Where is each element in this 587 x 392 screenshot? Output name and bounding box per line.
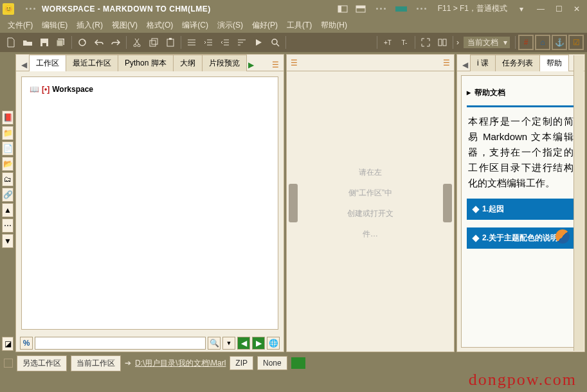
- outdent-icon[interactable]: [217, 35, 233, 50]
- none-button[interactable]: None: [257, 356, 287, 370]
- doc-selector-chevron-icon[interactable]: ›: [456, 38, 459, 47]
- diamond-icon: [472, 235, 479, 242]
- right-tabs: ◀ i 课 任务列表 帮助: [457, 55, 584, 71]
- cur-workspace-button[interactable]: 当前工作区: [71, 355, 121, 371]
- anchor-icon[interactable]: ⚓: [552, 35, 567, 50]
- menu-view[interactable]: 视图(V): [108, 19, 141, 32]
- book-icon: 📖: [30, 85, 39, 94]
- titlebar-dots: [26, 8, 35, 10]
- strip-color-icon[interactable]: ◪: [2, 337, 14, 351]
- layout-icon[interactable]: [435, 35, 450, 50]
- menu-compile[interactable]: 编译(C): [178, 19, 212, 32]
- cut-icon[interactable]: [129, 35, 145, 50]
- footer-prev-icon[interactable]: ◀: [237, 337, 250, 350]
- footer-dropdown-icon[interactable]: ▼: [222, 337, 235, 350]
- zip-button[interactable]: ZIP: [230, 356, 253, 370]
- maximize-button[interactable]: ☐: [551, 1, 566, 17]
- reload-icon[interactable]: [75, 35, 90, 50]
- strip-folder2-icon[interactable]: 📂: [2, 157, 14, 171]
- strip-folder3-icon[interactable]: 🗂: [2, 172, 14, 186]
- editor-placeholder: 请在左 侧“工作区”中 创建或打开文 件…: [287, 162, 454, 244]
- status-green-icon[interactable]: [291, 357, 305, 369]
- font-decrease-icon[interactable]: T-: [397, 35, 412, 50]
- menu-tools[interactable]: 工具(T): [283, 19, 316, 32]
- menu-help[interactable]: 帮助(H): [317, 19, 351, 32]
- redo-icon[interactable]: [108, 35, 123, 50]
- tab-course[interactable]: i 课: [470, 55, 496, 71]
- sort-icon[interactable]: [234, 35, 249, 50]
- menu-pref[interactable]: 偏好(P): [248, 19, 282, 32]
- menu-file[interactable]: 文件(F): [4, 19, 37, 32]
- check-icon[interactable]: ☑: [568, 35, 584, 50]
- editor-menu-right-icon[interactable]: ☰: [443, 58, 450, 67]
- help-scrollbar[interactable]: [573, 75, 581, 348]
- tab-python[interactable]: Python 脚本: [118, 55, 174, 71]
- workspace-tree[interactable]: 📖 [•] Workspace: [21, 76, 278, 330]
- titlebar-progress-icon[interactable]: [393, 3, 409, 15]
- filter-input[interactable]: [35, 337, 206, 350]
- strip-doc-icon[interactable]: 📄: [2, 141, 14, 156]
- copy-icon[interactable]: [146, 35, 161, 50]
- svg-rect-3: [356, 6, 365, 8]
- status-path[interactable]: D:\用户目录\我的文档\Marl: [135, 358, 226, 369]
- minimize-button[interactable]: —: [533, 1, 548, 17]
- tab-workspace[interactable]: 工作区: [29, 55, 66, 71]
- status-square-icon: [4, 359, 13, 368]
- indent-icon[interactable]: [201, 35, 216, 50]
- undo-icon[interactable]: [91, 35, 107, 50]
- footer-search-icon[interactable]: 🔍: [208, 337, 221, 350]
- paste-icon[interactable]: [163, 35, 178, 50]
- list-icon[interactable]: [184, 35, 199, 50]
- home-icon[interactable]: ⌂: [535, 35, 550, 50]
- help-section-2[interactable]: 2.关于主题配色的说明: [467, 227, 575, 249]
- save-icon[interactable]: [37, 35, 52, 50]
- tab-menu-icon[interactable]: ☰: [269, 59, 281, 71]
- doc-selector[interactable]: 当前文档▾: [463, 36, 510, 49]
- titlebar-layout2-icon[interactable]: [353, 3, 368, 15]
- open-folder-icon[interactable]: [20, 35, 35, 50]
- svg-point-10: [134, 44, 136, 47]
- tab-help[interactable]: 帮助: [539, 55, 569, 71]
- menu-present[interactable]: 演示(S): [213, 19, 247, 32]
- hash-icon[interactable]: #: [518, 35, 534, 50]
- editor-menu-left-icon[interactable]: ☰: [291, 58, 298, 67]
- alt-workspace-button[interactable]: 另选工作区: [17, 355, 67, 371]
- percent-button[interactable]: %: [20, 337, 33, 350]
- tab-recent[interactable]: 最近工作区: [66, 55, 118, 71]
- menu-format[interactable]: 格式(O): [143, 19, 177, 32]
- tab-snippet[interactable]: 片段预览: [202, 55, 247, 71]
- strip-more-icon[interactable]: ⋯: [2, 218, 14, 233]
- search-icon[interactable]: [267, 35, 283, 50]
- tab-prev-icon[interactable]: ◀: [19, 59, 29, 71]
- save-all-icon[interactable]: [53, 35, 69, 50]
- strip-book-icon[interactable]: 📕: [2, 111, 14, 125]
- svg-rect-17: [438, 39, 442, 46]
- run-icon[interactable]: [251, 35, 266, 50]
- menu-insert[interactable]: 插入(R): [73, 19, 107, 32]
- titlebar-layout1-icon[interactable]: [335, 3, 350, 15]
- rtab-prev-icon[interactable]: ◀: [460, 59, 470, 71]
- editor-handle-left[interactable]: [289, 184, 298, 222]
- footer-next-icon[interactable]: ▶: [252, 337, 265, 350]
- svg-rect-4: [395, 6, 407, 12]
- mode-dropdown-icon[interactable]: ▾: [514, 3, 529, 15]
- tab-tasks[interactable]: 任务列表: [495, 55, 540, 71]
- editor-handle-right[interactable]: [443, 184, 452, 222]
- svg-rect-6: [42, 43, 46, 46]
- svg-rect-18: [443, 39, 446, 46]
- mode-hint: F11 > F1，普通模式: [438, 3, 507, 14]
- help-section-1[interactable]: 1.起因: [467, 199, 575, 220]
- footer-browser-icon[interactable]: 🌐: [267, 337, 280, 350]
- menu-edit[interactable]: 编辑(E): [38, 19, 71, 32]
- tab-outline[interactable]: 大纲: [173, 55, 203, 71]
- strip-up-icon[interactable]: ▲: [2, 203, 14, 217]
- tab-next-icon[interactable]: ▶: [246, 59, 257, 71]
- new-file-icon[interactable]: [3, 35, 19, 50]
- close-button[interactable]: ✕: [569, 1, 584, 17]
- help-divider: [467, 105, 575, 107]
- strip-attach-icon[interactable]: 🔗: [2, 188, 14, 202]
- strip-folder-icon[interactable]: 📁: [2, 126, 14, 140]
- strip-down-icon[interactable]: ▼: [2, 234, 14, 248]
- expand-icon[interactable]: [418, 35, 433, 50]
- font-increase-icon[interactable]: +T: [380, 35, 395, 50]
